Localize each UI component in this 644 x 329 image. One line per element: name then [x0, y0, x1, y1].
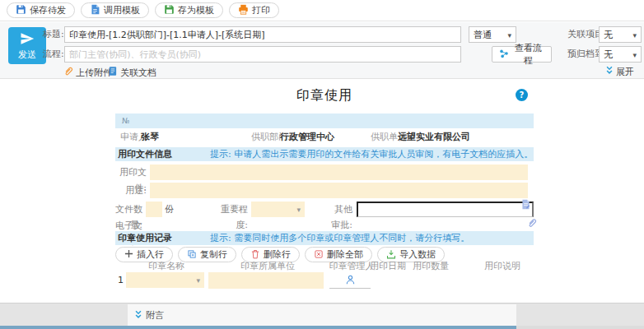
doc-input[interactable] [150, 164, 528, 180]
col-seal-unit: 印章所属单位 [240, 260, 295, 272]
edoc-paperclip-icon[interactable] [527, 217, 537, 229]
attachment-row: 上传附件 关联文档 展开 [0, 66, 644, 79]
department-value: 行政管理中心 [280, 131, 334, 144]
doc-section-title: 用印文件信息 [118, 147, 172, 161]
double-chevron-down-icon [134, 310, 142, 322]
expand-label: 展开 [616, 66, 634, 79]
priority-select[interactable]: 普通 [469, 26, 516, 43]
load-template-icon [90, 4, 100, 16]
row-index: 1 [118, 275, 124, 285]
title-row: 标题: 普通 关联项目: 无 [0, 26, 644, 43]
serial-bar: № [115, 114, 534, 128]
flow-row: 流程: 查看流程 预归档到: 无 [0, 46, 644, 63]
chevron-down-icon [196, 275, 200, 285]
import-icon [386, 249, 396, 261]
doc-section-hint: 提示: 申请人需出示需要用印的文件给有关审批人员审阅，有电子文档的应插入。 [210, 147, 533, 161]
title-label: 标题: [43, 26, 64, 43]
save-as-template-icon [164, 4, 175, 16]
copy-icon [187, 249, 197, 261]
record-section-header: 印章使用记录 提示: 需要同时使用多个印章或印章管理人不同时，请分行填写。 [115, 231, 534, 245]
load-template-label: 调用模板 [104, 4, 140, 16]
save-as-template-button[interactable]: 存为模板 [155, 2, 223, 18]
save-pending-button[interactable]: 保存待发 [7, 2, 75, 18]
seal-unit-input[interactable] [208, 272, 324, 289]
flow-label: 流程: [43, 46, 64, 63]
delete-all-icon [314, 249, 324, 261]
app-screen: 保存待发 调用模板 存为模板 打印 发送 标题: 普通 关联项目: [0, 0, 644, 329]
record-section-hint: 提示: 需要同时使用多个印章或印章管理人不同时，请分行填写。 [210, 231, 469, 245]
title-input[interactable] [64, 26, 461, 43]
copy-row-label: 复制行 [200, 248, 227, 261]
prearchive-select[interactable]: 无 [599, 46, 642, 63]
seal-manager-cell [329, 272, 371, 289]
col-seal-manager: 印章管理人 [329, 260, 375, 272]
select-approver-icon[interactable] [520, 199, 531, 210]
flow-input[interactable] [64, 46, 461, 63]
seal-table-header: 印章名称 印章所属单位 印章管理人 用印日期 用印数量 用印说明 [115, 260, 534, 271]
applicant-info-row: 申请人: 张琴 供职部门: 行政管理中心 供职单位: 远望实业有限公司 [115, 131, 534, 144]
expand-link[interactable]: 展开 [605, 66, 634, 79]
related-doc-label: 关联文档 [120, 67, 156, 80]
importance-select[interactable] [251, 202, 305, 217]
save-pending-label: 保存待发 [30, 4, 66, 16]
count-input[interactable] [146, 202, 162, 217]
print-button[interactable]: 打印 [229, 2, 279, 18]
priority-value: 普通 [474, 29, 492, 41]
header-panel: 发送 标题: 普通 关联项目: 无 流程: 查看流程 预归档到: [0, 22, 644, 79]
count-unit: 份 [165, 202, 176, 217]
delete-row-label: 删除行 [264, 248, 291, 261]
help-icon[interactable]: ? [516, 89, 528, 101]
record-section-title: 印章使用记录 [118, 231, 172, 245]
print-label: 打印 [252, 4, 270, 16]
upload-attachment-label: 上传附件 [76, 67, 112, 80]
table-row: 1 [115, 272, 534, 290]
delete-all-label: 删除全部 [327, 248, 363, 261]
save-pending-icon [16, 4, 26, 16]
view-flow-button[interactable]: 查看流程 [492, 46, 552, 63]
print-icon [238, 4, 249, 16]
postscript-bar[interactable]: 附言 [128, 304, 516, 327]
import-data-label: 导入数据 [399, 248, 436, 261]
related-project-value: 无 [604, 29, 613, 41]
chevron-down-icon [632, 30, 637, 40]
chevron-down-icon [296, 204, 301, 215]
prearchive-value: 无 [604, 49, 613, 61]
save-as-template-label: 存为模板 [178, 4, 214, 16]
chevron-down-icon [632, 49, 637, 60]
related-project-select[interactable]: 无 [599, 26, 642, 43]
double-chevron-down-icon [605, 66, 614, 79]
top-toolbar: 保存待发 调用模板 存为模板 打印 [0, 0, 644, 21]
flow-diagram-icon [499, 49, 509, 60]
horizontal-scrollbar-track [516, 326, 644, 329]
other-approval-label: 其他审批: [327, 202, 352, 233]
select-person-icon[interactable] [345, 272, 356, 285]
chevron-down-icon [507, 30, 511, 40]
col-use-date: 用印日期 [370, 260, 406, 272]
form-area: 印章使用 ? № 申请人: 张琴 供职部门: 行政管理中心 供职单位: 远望实业… [0, 79, 644, 303]
applicant-value: 张琴 [141, 131, 159, 144]
col-use-note: 用印说明 [484, 260, 520, 272]
horizontal-scrollbar-thumb[interactable] [0, 326, 516, 329]
col-seal-name: 印章名称 [148, 260, 184, 272]
form-title: 印章使用 [115, 87, 534, 104]
footer-band: 附言 [0, 303, 644, 327]
purpose-label: 用途: [115, 183, 147, 198]
purpose-input[interactable] [150, 183, 528, 198]
other-approval-input[interactable] [357, 202, 534, 217]
trash-icon [250, 249, 260, 261]
insert-row-label: 插入行 [137, 248, 164, 261]
doc-section-header: 用印文件信息 提示: 申请人需出示需要用印的文件给有关审批人员审阅，有电子文档的… [115, 147, 534, 161]
view-flow-label: 查看流程 [512, 42, 544, 67]
plus-icon [124, 249, 133, 260]
company-value: 远望实业有限公司 [398, 131, 470, 144]
postscript-label: 附言 [146, 309, 164, 322]
seal-name-select[interactable] [126, 272, 204, 288]
load-template-button[interactable]: 调用模板 [81, 2, 149, 18]
col-use-count: 用印数量 [413, 260, 449, 272]
form-column: 印章使用 ? № 申请人: 张琴 供职部门: 行政管理中心 供职单位: 远望实业… [115, 79, 534, 303]
serial-label: № [122, 117, 129, 125]
importance-label: 重要程度: [221, 202, 248, 233]
